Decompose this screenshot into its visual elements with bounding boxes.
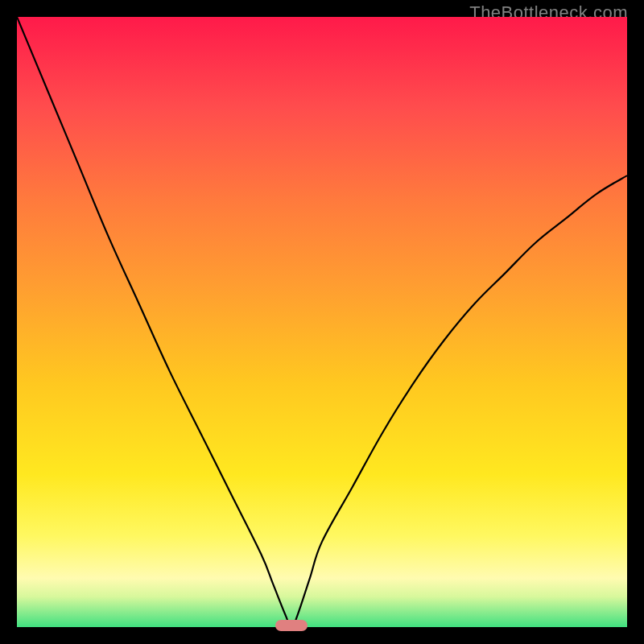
plot-area: [17, 17, 627, 627]
optimal-marker-pill: [275, 620, 308, 631]
bottleneck-curve-path: [17, 17, 627, 627]
chart-container: TheBottleneck.com: [0, 0, 644, 644]
bottleneck-line-svg: [17, 17, 627, 627]
